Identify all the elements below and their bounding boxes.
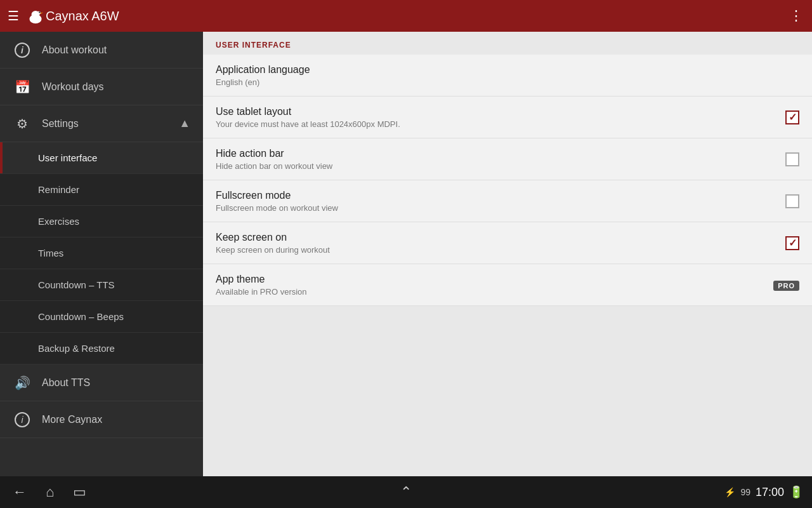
sub-item-label-countdown-tts: Countdown – TTS xyxy=(38,279,115,290)
bottom-nav-center: ⌃ xyxy=(400,484,412,500)
sidebar-sub-item-user-interface[interactable]: User interface xyxy=(0,142,203,174)
sidebar-item-about-tts[interactable]: 🔊 About TTS xyxy=(0,364,203,401)
svg-marker-4 xyxy=(41,12,43,13)
setting-title-app-theme: App theme xyxy=(216,274,763,285)
pro-badge: PRO xyxy=(773,281,799,291)
sidebar-label-workout-days: Workout days xyxy=(42,81,190,93)
status-bar: ⚡ 99 17:00 🔋 xyxy=(724,485,812,499)
sidebar-sub-item-times[interactable]: Times xyxy=(0,237,203,269)
overflow-menu-icon[interactable]: ⋮ xyxy=(789,8,804,24)
main-area: i About workout 📅 Workout days ⚙ Setting… xyxy=(0,32,812,476)
bottom-bar: ← ⌂ ▭ ⌃ ⚡ 99 17:00 🔋 xyxy=(0,476,812,508)
sidebar-item-about-workout[interactable]: i About workout xyxy=(0,32,203,69)
sub-item-label-countdown-beeps: Countdown – Beeps xyxy=(38,311,124,322)
sidebar-label-about-tts: About TTS xyxy=(42,377,190,389)
top-bar: ☰ Caynax A6W ⋮ xyxy=(0,0,812,32)
content-area: USER INTERFACE Application language Engl… xyxy=(203,32,812,476)
checkbox-keep-screen-on[interactable] xyxy=(785,236,799,250)
setting-row-keep-screen-on[interactable]: Keep screen on Keep screen on during wor… xyxy=(203,222,812,264)
app-title: Caynax A6W xyxy=(46,9,789,23)
sidebar-label-settings: Settings xyxy=(42,118,179,130)
sidebar-sub-item-backup-restore[interactable]: Backup & Restore xyxy=(0,333,203,364)
back-nav-icon[interactable]: ← xyxy=(13,484,27,500)
hamburger-icon[interactable]: ☰ xyxy=(8,8,19,23)
setting-subtitle-tablet-layout: Your device must have at least 1024x600p… xyxy=(216,119,775,129)
sub-item-label-backup-restore: Backup & Restore xyxy=(38,343,115,354)
section-header: USER INTERFACE xyxy=(203,32,812,55)
setting-title-hide-action-bar: Hide action bar xyxy=(216,148,775,159)
setting-title-app-language: Application language xyxy=(216,64,799,76)
sub-item-label-reminder: Reminder xyxy=(38,184,79,195)
sidebar-label-more-caynax: More Caynax xyxy=(42,414,190,425)
sidebar-label-about-workout: About workout xyxy=(42,44,190,56)
settings-sub-menu: User interface Reminder Exercises Times … xyxy=(0,142,203,364)
home-nav-icon[interactable]: ⌂ xyxy=(46,484,54,500)
sidebar-sub-item-reminder[interactable]: Reminder xyxy=(0,174,203,206)
setting-title-keep-screen-on: Keep screen on xyxy=(216,232,775,243)
status-time: 17:00 xyxy=(756,486,784,499)
svg-point-3 xyxy=(39,11,40,13)
sub-item-label-exercises: Exercises xyxy=(38,216,79,227)
sidebar-sub-item-countdown-beeps[interactable]: Countdown – Beeps xyxy=(0,301,203,333)
app-logo xyxy=(25,6,46,26)
recents-nav-icon[interactable]: ▭ xyxy=(73,484,86,500)
sidebar-item-more-caynax[interactable]: i More Caynax xyxy=(0,401,203,438)
checkbox-tablet-layout[interactable] xyxy=(785,110,799,124)
chevron-up-icon: ▲ xyxy=(179,117,190,130)
setting-subtitle-hide-action-bar: Hide action bar on workout view xyxy=(216,161,775,171)
calendar-icon: 📅 xyxy=(13,77,32,97)
sidebar-item-settings[interactable]: ⚙ Settings ▲ xyxy=(0,105,203,142)
setting-row-tablet-layout[interactable]: Use tablet layout Your device must have … xyxy=(203,97,812,138)
sidebar-item-workout-days[interactable]: 📅 Workout days xyxy=(0,69,203,105)
more-caynax-icon: i xyxy=(13,410,32,429)
checkbox-fullscreen-mode[interactable] xyxy=(785,194,799,208)
setting-row-app-language[interactable]: Application language English (en) xyxy=(203,55,812,97)
tts-icon: 🔊 xyxy=(13,373,32,392)
info-icon: i xyxy=(13,41,32,60)
usb-icon: ⚡ xyxy=(724,487,735,497)
sub-item-label-user-interface: User interface xyxy=(38,152,97,163)
checkbox-hide-action-bar[interactable] xyxy=(785,152,799,166)
sidebar-sub-item-exercises[interactable]: Exercises xyxy=(0,206,203,237)
setting-subtitle-fullscreen-mode: Fullscreen mode on workout view xyxy=(216,203,775,213)
chevron-up-nav-icon[interactable]: ⌃ xyxy=(400,484,412,500)
setting-row-app-theme[interactable]: App theme Available in PRO version PRO xyxy=(203,264,812,306)
setting-subtitle-app-theme: Available in PRO version xyxy=(216,287,763,297)
sidebar: i About workout 📅 Workout days ⚙ Setting… xyxy=(0,32,203,476)
sidebar-sub-item-countdown-tts[interactable]: Countdown – TTS xyxy=(0,269,203,301)
setting-subtitle-app-language: English (en) xyxy=(216,77,799,87)
battery-icon: 🔋 xyxy=(789,485,803,499)
sub-item-label-times: Times xyxy=(38,248,63,258)
settings-icon: ⚙ xyxy=(13,114,32,133)
setting-subtitle-keep-screen-on: Keep screen on during workout xyxy=(216,245,775,255)
setting-title-tablet-layout: Use tablet layout xyxy=(216,106,775,117)
setting-title-fullscreen-mode: Fullscreen mode xyxy=(216,190,775,201)
setting-row-hide-action-bar[interactable]: Hide action bar Hide action bar on worko… xyxy=(203,138,812,180)
bottom-nav-left: ← ⌂ ▭ xyxy=(0,484,724,500)
setting-row-fullscreen-mode[interactable]: Fullscreen mode Fullscreen mode on worko… xyxy=(203,180,812,222)
battery-level: 99 xyxy=(740,487,750,497)
